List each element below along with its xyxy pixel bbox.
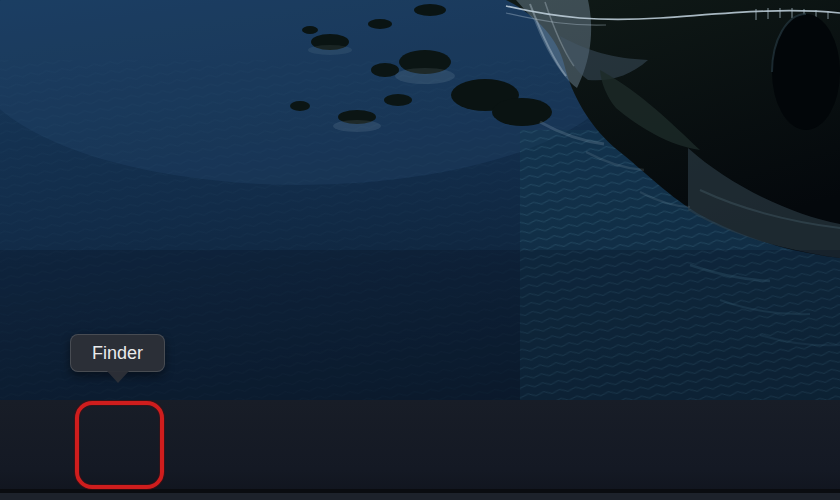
dock: 58: [0, 400, 840, 500]
finder-tooltip-label: Finder: [92, 343, 143, 364]
dock-bottom-strip: [0, 493, 840, 500]
macos-desktop: 58: [0, 0, 840, 500]
finder-tooltip: Finder: [70, 334, 165, 372]
